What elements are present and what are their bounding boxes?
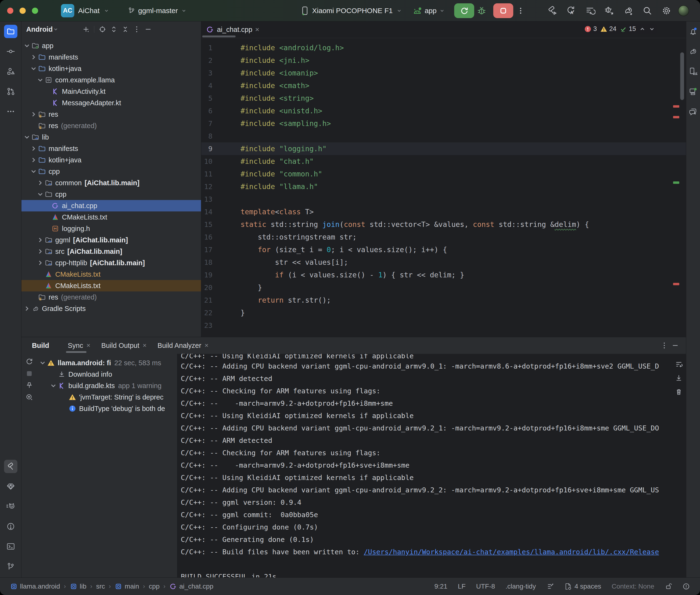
notifications-tool-button[interactable] bbox=[687, 25, 700, 38]
rerun-button[interactable] bbox=[454, 3, 474, 18]
close-tab-icon[interactable]: × bbox=[204, 342, 208, 349]
close-window-button[interactable] bbox=[7, 8, 13, 14]
chevron-right-icon[interactable] bbox=[30, 53, 38, 61]
chevron-right-icon[interactable] bbox=[36, 247, 44, 255]
code-line[interactable]: 21 return str.str(); bbox=[201, 294, 686, 306]
hide-panel-button[interactable] bbox=[143, 25, 153, 34]
line-number[interactable]: 8 bbox=[201, 132, 241, 140]
project-tree-row[interactable]: res (generated) bbox=[22, 291, 201, 303]
breadcrumb-item[interactable]: main bbox=[115, 583, 139, 590]
minimize-window-button[interactable] bbox=[20, 8, 26, 14]
project-tree-row[interactable]: CMakeLists.txt bbox=[22, 268, 201, 280]
panel-options-button[interactable] bbox=[132, 25, 141, 34]
error-stripe-mark[interactable] bbox=[673, 105, 679, 108]
app-quality-insights-button[interactable] bbox=[4, 480, 18, 493]
code-line[interactable]: 10 #include "chat.h" bbox=[201, 155, 686, 168]
code-line[interactable]: 8 bbox=[201, 130, 686, 142]
pin-icon[interactable] bbox=[26, 381, 33, 389]
stop-button[interactable] bbox=[493, 3, 513, 18]
breadcrumb-item[interactable]: lib bbox=[70, 583, 86, 590]
event-log-widget[interactable] bbox=[682, 583, 690, 590]
chevron-down-icon[interactable] bbox=[23, 42, 31, 50]
gradle-sync-button[interactable] bbox=[621, 3, 636, 18]
project-tree-row[interactable]: ggml [AiChat.lib.main] bbox=[22, 234, 201, 246]
indent-widget[interactable]: 4 spaces bbox=[564, 583, 601, 590]
project-tree-row[interactable]: common [AiChat.lib.main] bbox=[22, 177, 201, 189]
chevron-right-icon[interactable] bbox=[36, 179, 44, 187]
gemini-tool-button[interactable] bbox=[687, 105, 700, 118]
code-area[interactable]: 1 #include <android/log.h> 2 #include <j… bbox=[201, 38, 686, 337]
project-view-selector[interactable]: Android bbox=[26, 26, 53, 33]
vcs-branch-widget[interactable]: ggml-master bbox=[127, 7, 187, 15]
breadcrumb-item[interactable]: src bbox=[96, 583, 105, 590]
settings-button[interactable] bbox=[659, 3, 674, 18]
code-line[interactable]: 2 #include <jni.h> bbox=[201, 54, 686, 67]
code-line[interactable]: 14 template<class T> bbox=[201, 205, 686, 218]
chevron-down-icon[interactable] bbox=[36, 190, 44, 198]
lock-widget[interactable] bbox=[665, 583, 672, 590]
soft-wrap-icon[interactable] bbox=[675, 361, 682, 368]
line-number[interactable]: 21 bbox=[201, 296, 241, 304]
build-project-button[interactable] bbox=[545, 3, 559, 18]
line-number[interactable]: 19 bbox=[201, 271, 241, 279]
project-tree-row[interactable]: com.example.llama bbox=[22, 74, 201, 86]
terminal-tool-button[interactable] bbox=[4, 540, 18, 553]
line-number[interactable]: 3 bbox=[201, 69, 241, 77]
build-tool-button[interactable] bbox=[4, 460, 18, 473]
pull-requests-tool-button[interactable] bbox=[4, 85, 18, 98]
code-line[interactable]: 12 #include "llama.h" bbox=[201, 180, 686, 193]
chevron-right-icon[interactable] bbox=[30, 156, 38, 164]
project-tree-row[interactable]: cpp bbox=[22, 166, 201, 177]
project-tree-row[interactable]: res bbox=[22, 109, 201, 120]
code-line[interactable]: 19 if (i < values.size() - 1) { str << d… bbox=[201, 268, 686, 281]
code-line[interactable]: 17 for (size_t i = 0; i < values.size();… bbox=[201, 243, 686, 256]
line-number[interactable]: 15 bbox=[201, 221, 241, 229]
project-tree-row[interactable]: CMakeLists.txt bbox=[22, 280, 201, 291]
code-line[interactable]: 11 #include "common.h" bbox=[201, 168, 686, 180]
code-line[interactable]: 6 #include <unistd.h> bbox=[201, 105, 686, 117]
structure-tool-button[interactable] bbox=[4, 65, 18, 78]
project-tree-row[interactable]: kotlin+java bbox=[22, 154, 201, 166]
project-tree-row[interactable]: MessageAdapter.kt bbox=[22, 97, 201, 109]
project-tree-row[interactable]: res (generated) bbox=[22, 120, 201, 132]
project-widget[interactable]: AC AiChat bbox=[61, 4, 109, 18]
running-devices-tool-button[interactable] bbox=[687, 85, 700, 98]
line-number[interactable]: 23 bbox=[201, 321, 241, 330]
chevron-down-icon[interactable] bbox=[30, 64, 38, 73]
formatter-widget[interactable] bbox=[547, 583, 554, 590]
code-line[interactable]: 4 #include <cmath> bbox=[201, 79, 686, 92]
error-stripe-mark[interactable] bbox=[673, 283, 679, 285]
project-tree-row[interactable]: manifests bbox=[22, 51, 201, 63]
chevron-right-icon[interactable] bbox=[23, 305, 31, 313]
code-changes-button[interactable] bbox=[583, 3, 597, 18]
line-number[interactable]: 1 bbox=[201, 44, 241, 52]
inspections-widget[interactable]: 3 24 15 bbox=[582, 24, 657, 34]
code-line[interactable]: 3 #include <iomanip> bbox=[201, 67, 686, 79]
line-ending[interactable]: LF bbox=[458, 583, 466, 590]
line-number[interactable]: 9 bbox=[201, 145, 241, 153]
line-number[interactable]: 7 bbox=[201, 119, 241, 128]
change-stripe-mark[interactable] bbox=[673, 181, 679, 184]
line-number[interactable]: 16 bbox=[201, 233, 241, 241]
build-tab-build-analyzer[interactable]: Build Analyzer × bbox=[153, 338, 213, 353]
project-tree-row[interactable]: manifests bbox=[22, 143, 201, 154]
locate-file-button[interactable] bbox=[97, 25, 107, 34]
code-line[interactable]: 16 std::ostringstream str; bbox=[201, 231, 686, 243]
project-tree-row[interactable]: kotlin+java bbox=[22, 63, 201, 74]
breadcrumb-item[interactable]: llama.android bbox=[10, 583, 60, 590]
editor-scrollbar-thumb[interactable] bbox=[680, 52, 684, 100]
line-number[interactable]: 5 bbox=[201, 94, 241, 103]
build-tree-row[interactable]: BuildType 'debug' is both de bbox=[37, 403, 177, 414]
device-selector[interactable]: Xiaomi POCOPHONE F1 bbox=[301, 6, 402, 16]
project-tree-row[interactable]: app bbox=[22, 40, 201, 51]
context-widget[interactable]: Context: None bbox=[612, 583, 654, 590]
error-stripe-mark[interactable] bbox=[673, 116, 679, 118]
line-number[interactable]: 4 bbox=[201, 82, 241, 90]
chevron-down-icon[interactable] bbox=[38, 359, 47, 367]
line-number[interactable]: 22 bbox=[201, 309, 241, 317]
build-tab-sync[interactable]: Sync × bbox=[64, 338, 95, 353]
build-tree-row[interactable]: Download info bbox=[37, 369, 177, 380]
commit-tool-button[interactable] bbox=[4, 45, 18, 58]
apply-changes-button[interactable]: A bbox=[564, 3, 579, 18]
next-issue-icon[interactable] bbox=[649, 26, 655, 32]
